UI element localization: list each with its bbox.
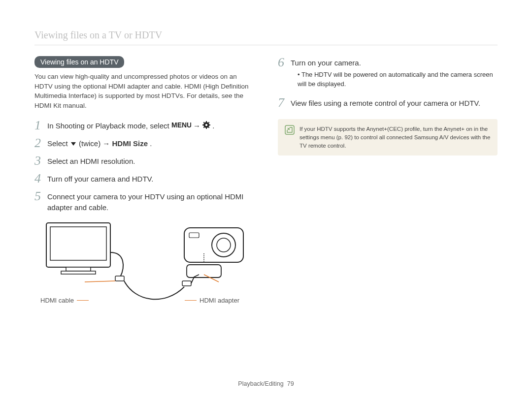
step-number: 4 bbox=[34, 172, 47, 185]
step-text: Select (twice) → HDMI Size . bbox=[47, 137, 152, 150]
step-text: Connect your camera to your HDTV using a… bbox=[47, 190, 254, 213]
svg-marker-11 bbox=[71, 142, 76, 146]
svg-text:MENU: MENU bbox=[171, 121, 191, 129]
text: Select bbox=[47, 139, 70, 148]
step-text: Turn off your camera and HDTV. bbox=[47, 172, 153, 185]
text: → bbox=[193, 122, 202, 130]
step-text: Select an HDMI resolution. bbox=[47, 154, 135, 167]
text: HDMI adapter bbox=[200, 297, 239, 304]
section-pill: Viewing files on an HDTV bbox=[34, 56, 124, 68]
footer-section: Playback/Editing bbox=[238, 380, 283, 387]
step-number: 5 bbox=[34, 190, 47, 203]
step-text: In Shooting or Playback mode, select MEN… bbox=[47, 119, 215, 132]
page-number: 79 bbox=[287, 380, 294, 387]
svg-rect-6 bbox=[209, 124, 210, 125]
svg-point-2 bbox=[205, 124, 207, 126]
steps-list-right: 6 Turn on your camera. The HDTV will be … bbox=[278, 56, 498, 109]
text-bold: HDMI Size bbox=[112, 139, 148, 148]
step-4: 4 Turn off your camera and HDTV. bbox=[34, 172, 254, 185]
note-text: If your HDTV supports the Anynet+(CEC) p… bbox=[299, 125, 491, 150]
callout-line bbox=[185, 300, 197, 301]
note-icon bbox=[285, 125, 295, 150]
step-5: 5 Connect your camera to your HDTV using… bbox=[34, 190, 254, 213]
svg-rect-21 bbox=[115, 276, 124, 281]
text: . bbox=[212, 122, 214, 130]
divider bbox=[34, 45, 498, 45]
steps-list-left: 1 In Shooting or Playback mode, select M… bbox=[34, 119, 254, 213]
svg-rect-19 bbox=[189, 233, 199, 238]
svg-point-18 bbox=[217, 238, 231, 252]
step-text: Turn on your camera. The HDTV will be po… bbox=[291, 56, 498, 89]
step-number: 2 bbox=[34, 137, 47, 150]
gear-icon bbox=[202, 121, 210, 132]
step-number: 3 bbox=[34, 154, 47, 167]
step-number: 7 bbox=[278, 96, 291, 109]
manual-page: Viewing files on a TV or HDTV Viewing fi… bbox=[0, 0, 532, 401]
menu-icon: MENU bbox=[171, 121, 191, 132]
step-bullet: The HDTV will be powered on automaticall… bbox=[298, 70, 498, 89]
text: In Shooting or Playback mode, select bbox=[47, 122, 171, 130]
note-box: If your HDTV supports the Anynet+(CEC) p… bbox=[278, 119, 498, 155]
left-column: Viewing files on an HDTV You can view hi… bbox=[34, 56, 254, 304]
step-text: View files using a remote control of you… bbox=[291, 96, 480, 109]
text: (twice) → bbox=[79, 139, 112, 148]
svg-line-23 bbox=[85, 281, 115, 282]
svg-rect-22 bbox=[182, 281, 191, 286]
step-number: 6 bbox=[278, 56, 291, 69]
hdmi-cable-label: HDMI cable bbox=[40, 297, 89, 304]
step-number: 1 bbox=[34, 119, 47, 132]
svg-rect-4 bbox=[206, 127, 207, 129]
svg-rect-3 bbox=[206, 121, 207, 123]
step-3: 3 Select an HDMI resolution. bbox=[34, 154, 254, 167]
callout-line bbox=[77, 300, 89, 301]
hdmi-adapter-label: HDMI adapter bbox=[185, 297, 239, 304]
svg-rect-20 bbox=[187, 265, 221, 278]
svg-rect-15 bbox=[61, 271, 96, 274]
step-2: 2 Select (twice) → HDMI Size . bbox=[34, 137, 254, 150]
svg-rect-14 bbox=[66, 267, 91, 271]
text: Turn on your camera. bbox=[291, 59, 361, 67]
connection-diagram: HDMI cable HDMI adapter bbox=[36, 218, 254, 304]
chevron-down-icon bbox=[70, 139, 77, 150]
step-7: 7 View files using a remote control of y… bbox=[278, 96, 498, 109]
two-column-layout: Viewing files on an HDTV You can view hi… bbox=[34, 56, 498, 304]
text: . bbox=[150, 139, 152, 148]
right-column: 6 Turn on your camera. The HDTV will be … bbox=[278, 56, 498, 304]
step-1: 1 In Shooting or Playback mode, select M… bbox=[34, 119, 254, 132]
breadcrumb-header: Viewing files on a TV or HDTV bbox=[34, 30, 498, 41]
page-footer: Playback/Editing 79 bbox=[0, 380, 532, 387]
svg-rect-5 bbox=[202, 124, 204, 125]
step-6: 6 Turn on your camera. The HDTV will be … bbox=[278, 56, 498, 89]
text: HDMI cable bbox=[40, 297, 74, 304]
svg-rect-13 bbox=[50, 227, 106, 260]
intro-text: You can view high-quality and uncompress… bbox=[34, 72, 254, 110]
